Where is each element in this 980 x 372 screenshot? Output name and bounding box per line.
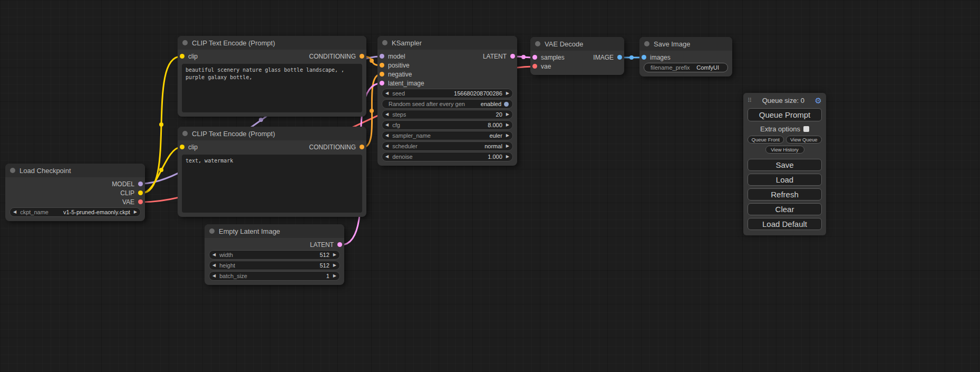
sampler-name-widget[interactable]: sampler_name euler	[382, 131, 513, 140]
node-save-image[interactable]: Save Image images filename_prefix ComfyU…	[639, 37, 732, 77]
node-header[interactable]: VAE Decode	[530, 37, 624, 51]
load-button[interactable]: Load	[748, 174, 822, 186]
decrement-arrow-icon[interactable]	[385, 133, 389, 138]
view-history-button[interactable]: View History	[765, 146, 804, 154]
image-output-slot[interactable]	[617, 55, 622, 60]
positive-input-slot[interactable]	[380, 63, 384, 68]
node-header[interactable]: CLIP Text Encode (Prompt)	[178, 127, 366, 140]
settings-gear-icon[interactable]: ⚙	[815, 97, 822, 104]
clear-button[interactable]: Clear	[748, 203, 822, 215]
extra-options-checkbox[interactable]	[803, 126, 809, 132]
prompt-textarea[interactable]: text, watermark	[182, 155, 362, 213]
extra-options-label: Extra options	[760, 125, 800, 133]
decrement-arrow-icon[interactable]	[385, 91, 389, 96]
save-button[interactable]: Save	[748, 159, 822, 171]
steps-widget[interactable]: steps 20	[382, 110, 513, 119]
queue-prompt-button[interactable]: Queue Prompt	[748, 108, 822, 121]
denoise-widget[interactable]: denoise 1.000	[382, 152, 513, 161]
decrement-arrow-icon[interactable]	[385, 112, 389, 117]
queue-actions-row: Queue Front View Queue	[748, 136, 822, 144]
vae-input-slot[interactable]	[532, 64, 537, 69]
collapse-dot-icon[interactable]	[182, 131, 188, 136]
latent-output-label: LATENT	[310, 241, 334, 249]
scheduler-widget[interactable]: scheduler normal	[382, 141, 513, 151]
latent-image-input-slot[interactable]	[380, 81, 384, 85]
widget-value: 156680208700286	[454, 90, 502, 97]
widget-value: 8.000	[488, 122, 502, 128]
ckpt-name-widget[interactable]: ckpt_name v1-5-pruned-emaonly.ckpt	[9, 207, 141, 217]
decrement-arrow-icon[interactable]	[212, 253, 216, 257]
increment-arrow-icon[interactable]	[333, 253, 336, 257]
height-widget[interactable]: height 512	[209, 261, 340, 270]
prompt-textarea[interactable]: beautiful scenery nature glass bottle la…	[182, 64, 362, 112]
conditioning-output-slot[interactable]	[360, 54, 364, 59]
node-graph-canvas[interactable]: Load Checkpoint MODEL CLIP VAE ckpt_name…	[0, 0, 980, 372]
increment-arrow-icon[interactable]	[506, 133, 509, 138]
node-header[interactable]: Load Checkpoint	[5, 164, 145, 177]
slot-row: VAE	[5, 197, 145, 206]
decrement-arrow-icon[interactable]	[385, 155, 389, 159]
latent-output-slot[interactable]	[337, 242, 342, 247]
vae-output-slot[interactable]	[138, 199, 143, 204]
increment-arrow-icon[interactable]	[134, 210, 137, 214]
width-widget[interactable]: width 512	[209, 250, 340, 260]
increment-arrow-icon[interactable]	[333, 274, 336, 278]
node-header[interactable]: CLIP Text Encode (Prompt)	[178, 36, 366, 50]
positive-input-label: positive	[388, 62, 410, 69]
collapse-dot-icon[interactable]	[10, 168, 15, 173]
samples-input-label: samples	[541, 54, 565, 61]
collapse-dot-icon[interactable]	[209, 228, 215, 234]
model-output-slot[interactable]	[138, 182, 143, 186]
node-title: Empty Latent Image	[219, 227, 280, 235]
decrement-arrow-icon[interactable]	[13, 210, 16, 214]
node-header[interactable]: Save Image	[639, 37, 732, 51]
decrement-arrow-icon[interactable]	[385, 144, 389, 148]
cfg-widget[interactable]: cfg 8.000	[382, 120, 513, 130]
collapse-dot-icon[interactable]	[382, 40, 387, 45]
collapse-dot-icon[interactable]	[182, 40, 188, 45]
images-input-label: images	[650, 54, 671, 61]
batch-size-widget[interactable]: batch_size 1	[209, 271, 340, 281]
increment-arrow-icon[interactable]	[333, 263, 336, 268]
drag-handle-icon[interactable]: ⠿	[748, 97, 752, 104]
refresh-button[interactable]: Refresh	[748, 188, 822, 201]
decrement-arrow-icon[interactable]	[385, 123, 389, 127]
filename-prefix-widget[interactable]: filename_prefix ComfyUI	[644, 63, 728, 72]
node-clip-text-encode-positive[interactable]: CLIP Text Encode (Prompt) clip CONDITION…	[178, 36, 366, 117]
increment-arrow-icon[interactable]	[506, 144, 509, 148]
seed-widget[interactable]: seed 156680208700286	[382, 89, 513, 98]
decrement-arrow-icon[interactable]	[212, 274, 216, 278]
clip-input-slot[interactable]	[180, 54, 185, 59]
node-header[interactable]: KSampler	[377, 36, 517, 50]
clip-input-slot[interactable]	[180, 145, 185, 149]
node-empty-latent-image[interactable]: Empty Latent Image LATENT width 512 heig…	[205, 224, 344, 285]
images-input-slot[interactable]	[642, 55, 646, 60]
widget-value: 1	[326, 273, 329, 279]
increment-arrow-icon[interactable]	[506, 112, 509, 117]
conditioning-output-slot[interactable]	[360, 145, 364, 149]
load-default-button[interactable]: Load Default	[748, 218, 822, 230]
queue-front-button[interactable]: Queue Front	[748, 136, 784, 144]
view-queue-button[interactable]: View Queue	[786, 136, 822, 144]
increment-arrow-icon[interactable]	[506, 123, 509, 127]
widget-label: scheduler	[392, 143, 418, 149]
random-seed-toggle-widget[interactable]: Random seed after every gen enabled	[382, 99, 513, 109]
toggle-indicator-icon[interactable]	[504, 102, 509, 107]
increment-arrow-icon[interactable]	[506, 91, 509, 96]
collapse-dot-icon[interactable]	[644, 41, 649, 46]
queue-panel[interactable]: ⠿ Queue size: 0 ⚙ Queue Prompt Extra opt…	[743, 93, 826, 235]
node-vae-decode[interactable]: VAE Decode samples IMAGE vae	[530, 37, 624, 75]
widget-value: v1-5-pruned-emaonly.ckpt	[63, 209, 130, 215]
samples-input-slot[interactable]	[532, 55, 537, 60]
node-clip-text-encode-negative[interactable]: CLIP Text Encode (Prompt) clip CONDITION…	[178, 127, 366, 217]
increment-arrow-icon[interactable]	[506, 155, 509, 159]
negative-input-slot[interactable]	[380, 72, 384, 77]
collapse-dot-icon[interactable]	[535, 41, 540, 46]
node-header[interactable]: Empty Latent Image	[205, 224, 344, 238]
model-input-slot[interactable]	[380, 54, 384, 59]
clip-output-slot[interactable]	[138, 190, 143, 195]
latent-output-slot[interactable]	[510, 54, 515, 59]
decrement-arrow-icon[interactable]	[212, 263, 216, 268]
node-load-checkpoint[interactable]: Load Checkpoint MODEL CLIP VAE ckpt_name…	[5, 164, 145, 221]
node-ksampler[interactable]: KSampler model LATENT positive negative …	[377, 36, 517, 166]
